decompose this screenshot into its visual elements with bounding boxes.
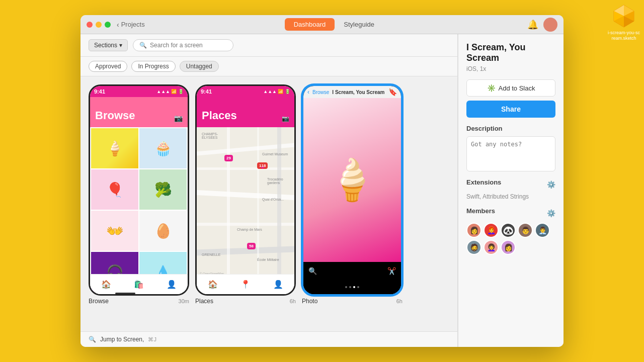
user-avatar[interactable]: [543, 18, 557, 32]
photo-dot-2: [349, 286, 351, 288]
phone-frame-browse[interactable]: 9:41 ▲▲▲ 📶 🔋 Browse 📷 🍦 🧁 🎈: [89, 84, 189, 296]
map-label-grenelle: GRENELLE: [202, 253, 220, 256]
filter-approved[interactable]: Approved: [89, 61, 127, 72]
photo-screen-name: Photo: [302, 298, 317, 305]
browse-cell-5: 👐: [91, 211, 138, 251]
map-label-quai: Quai d'Orsa...: [262, 198, 284, 201]
toolbar: Sections ▾ 🔍: [80, 34, 457, 57]
right-panel: I Scream, You Scream iOS, 1x ✳️ Add to S…: [458, 34, 564, 347]
photo-back-icon: ‹: [307, 88, 309, 96]
add-to-slack-button[interactable]: ✳️ Add to Slack: [466, 79, 555, 97]
browse-screen-time: 30m: [179, 298, 189, 304]
places-header: Places 📷: [197, 97, 294, 127]
back-button[interactable]: ‹ Projects: [117, 21, 145, 29]
phone-frame-places[interactable]: 9:41 ▲▲▲ 📶 🔋 Places 📷: [195, 84, 296, 296]
map-background: CHAMPS-ÉLYSÉES Guimet Museum Trocadéroga…: [197, 127, 294, 278]
screens-panel: Sections ▾ 🔍 Approved In Progress Untagg…: [80, 34, 458, 347]
photo-dot-4: [357, 286, 359, 288]
photo-dots: [345, 286, 359, 288]
filter-untagged[interactable]: Untagged: [180, 61, 219, 72]
photo-screen-time: 6h: [396, 298, 403, 304]
places-screen: 9:41 ▲▲▲ 📶 🔋 Places 📷: [197, 86, 294, 294]
member-avatar-5[interactable]: 👨‍💼: [535, 223, 550, 238]
map-road-v3: [277, 127, 281, 278]
extensions-header: Extensions ⚙️: [466, 178, 555, 190]
notification-bell-icon[interactable]: 🔔: [527, 19, 538, 30]
places-screen-time: 6h: [290, 298, 296, 304]
search-icon: 🔍: [139, 42, 147, 49]
member-avatar-6[interactable]: 🧔: [466, 240, 481, 255]
photo-bookmark-icon: 🔖: [388, 88, 397, 96]
status-icons: ▲▲▲ 📶 🔋: [156, 89, 184, 94]
screens-grid: 9:41 ▲▲▲ 📶 🔋 Browse 📷 🍦 🧁 🎈: [80, 76, 457, 331]
screens-bottom-bar: 🔍 Jump to Screen, ⌘J: [80, 331, 457, 347]
tabbar-bag-icon: 🛍️: [134, 280, 144, 289]
browse-grid: 🍦 🧁 🎈 🥦 👐 🥚 🎧 💧: [90, 127, 188, 293]
minimize-button[interactable]: [96, 22, 102, 28]
browse-time: 9:41: [94, 88, 105, 95]
notes-textarea[interactable]: [466, 136, 555, 171]
description-label: Description: [466, 125, 555, 132]
extensions-filter-icon[interactable]: ⚙️: [547, 180, 555, 189]
chevron-down-icon: ▾: [119, 42, 122, 49]
member-avatar-8[interactable]: 👩: [501, 240, 516, 255]
nav-tabs: Dashboard Styleguide: [285, 18, 383, 31]
photo-screen: ‹ Browse I Scream, You Scream 🔖 🍦 🔍 ✂️: [303, 86, 401, 294]
member-avatar-1[interactable]: 👩: [466, 223, 481, 238]
browse-header: Browse 📷: [90, 97, 188, 127]
share-button[interactable]: Share: [466, 101, 555, 118]
member-avatar-3[interactable]: 🐼: [501, 223, 516, 238]
browse-cell-2: 🧁: [139, 128, 187, 168]
screen-places[interactable]: 9:41 ▲▲▲ 📶 🔋 Places 📷: [195, 84, 296, 305]
traffic-lights: [87, 22, 111, 28]
photo-bottom-bar: [303, 280, 401, 294]
photo-toolbar: 🔍 ✂️: [303, 262, 401, 280]
map-label-trocadero: Trocadérogardens: [267, 177, 283, 185]
photo-label-row: Photo 6h: [302, 298, 403, 305]
titlebar-actions: 🔔: [527, 18, 557, 32]
member-avatar-2[interactable]: 👩‍🦰: [484, 223, 499, 238]
places-title: Places: [202, 109, 237, 122]
places-tabbar-person-icon: 👤: [273, 280, 283, 289]
map-pin-1: 29: [224, 155, 233, 161]
places-tabbar: 🏠 📍 👤: [197, 274, 294, 294]
map-road-v1: [227, 127, 230, 278]
browse-screen-name: Browse: [89, 298, 109, 305]
screen-photo[interactable]: ‹ Browse I Scream, You Scream 🔖 🍦 🔍 ✂️: [302, 84, 403, 305]
search-bar[interactable]: 🔍: [133, 39, 233, 51]
photo-dot-3-active: [353, 286, 355, 288]
photo-zoom-icon: 🔍: [308, 267, 317, 275]
screen-browse[interactable]: 9:41 ▲▲▲ 📶 🔋 Browse 📷 🍦 🧁 🎈: [89, 84, 189, 305]
fullscreen-button[interactable]: [105, 22, 111, 28]
status-bar-places: 9:41 ▲▲▲ 📶 🔋: [197, 86, 294, 97]
sections-button[interactable]: Sections ▾: [89, 39, 128, 51]
photo-nav-title: I Scream, You Scream: [332, 89, 384, 95]
member-avatar-7[interactable]: 👩‍🦱: [484, 240, 499, 255]
map-container: CHAMPS-ÉLYSÉES Guimet Museum Trocadéroga…: [197, 127, 294, 278]
close-button[interactable]: [87, 22, 93, 28]
photo-dot-1: [345, 286, 347, 288]
jump-search-icon: 🔍: [89, 336, 96, 343]
search-input[interactable]: [150, 42, 227, 49]
extensions-label: Extensions: [466, 178, 501, 186]
content-area: Sections ▾ 🔍 Approved In Progress Untagg…: [80, 34, 564, 347]
phone-frame-photo[interactable]: ‹ Browse I Scream, You Scream 🔖 🍦 🔍 ✂️: [302, 84, 403, 296]
photo-crop-icon: ✂️: [387, 267, 396, 275]
back-label: Projects: [121, 21, 145, 28]
member-avatar-4[interactable]: 👨: [518, 223, 533, 238]
tab-styleguide[interactable]: Styleguide: [335, 18, 383, 31]
browse-tabbar: 🏠 🛍️ 👤: [90, 274, 188, 294]
panel-title: I Scream, You Scream: [466, 42, 555, 63]
members-header: Members ⚙️: [466, 207, 555, 219]
members-label: Members: [466, 207, 495, 215]
sections-label: Sections: [94, 42, 117, 49]
tab-dashboard[interactable]: Dashboard: [285, 18, 335, 31]
slack-icon: ✳️: [487, 84, 496, 92]
filter-in-progress[interactable]: In Progress: [131, 61, 175, 72]
members-filter-icon[interactable]: ⚙️: [547, 209, 555, 217]
browse-cell-1: 🍦: [91, 128, 138, 168]
titlebar: ‹ Projects Dashboard Styleguide 🔔: [80, 15, 564, 34]
browse-camera-icon: 📷: [174, 114, 183, 122]
browse-screen: 9:41 ▲▲▲ 📶 🔋 Browse 📷 🍦 🧁 🎈: [90, 86, 188, 294]
panel-subtitle: iOS, 1x: [466, 65, 555, 72]
